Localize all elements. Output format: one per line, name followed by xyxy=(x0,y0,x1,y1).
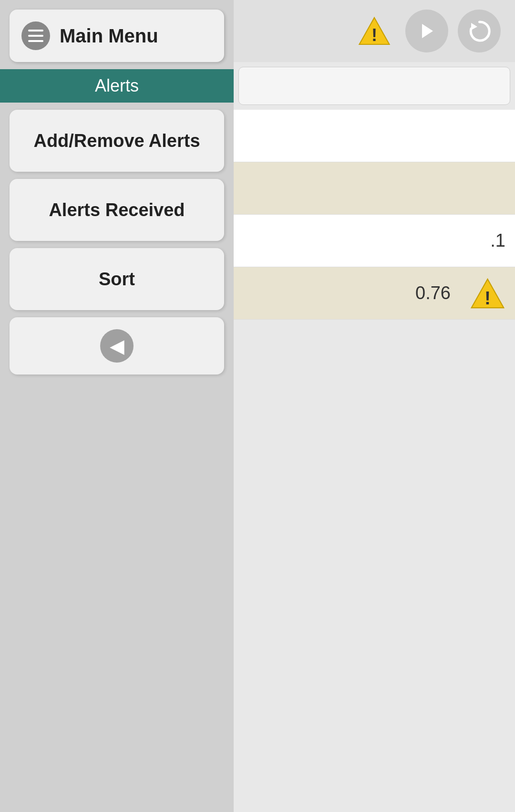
list-item-value: .1 xyxy=(490,230,505,251)
svg-marker-3 xyxy=(471,23,477,30)
add-remove-alerts-label: Add/Remove Alerts xyxy=(33,131,200,151)
hamburger-line xyxy=(28,40,43,42)
svg-text:!: ! xyxy=(371,25,377,45)
sort-label: Sort xyxy=(99,269,135,290)
warning-button[interactable]: ! xyxy=(353,10,396,52)
alerts-received-label: Alerts Received xyxy=(49,200,185,220)
warning-icon: ! xyxy=(358,14,391,48)
add-remove-alerts-button[interactable]: Add/Remove Alerts xyxy=(10,110,224,172)
alerts-section-label: Alerts xyxy=(95,76,139,96)
refresh-button[interactable] xyxy=(458,10,501,52)
hamburger-line xyxy=(28,30,43,31)
svg-text:!: ! xyxy=(484,287,491,308)
refresh-icon xyxy=(466,18,493,44)
back-button[interactable]: ◀ xyxy=(10,317,224,375)
menu-overlay: Main Menu Alerts Add/Remove Alerts Alert… xyxy=(0,0,234,812)
list-item[interactable]: 0.76 ! xyxy=(234,267,515,320)
warning-icon: ! xyxy=(470,277,505,310)
list-item[interactable]: .1 xyxy=(234,215,515,267)
alerts-received-button[interactable]: Alerts Received xyxy=(10,179,224,241)
back-arrow-icon: ◀ xyxy=(110,336,124,355)
hamburger-icon xyxy=(21,21,50,50)
list-item-value: 0.76 xyxy=(415,283,451,303)
alerts-section-header: Alerts xyxy=(0,69,234,103)
main-menu-button[interactable]: Main Menu xyxy=(10,10,224,62)
back-arrow-circle: ◀ xyxy=(100,329,134,363)
hamburger-line xyxy=(28,35,43,37)
main-menu-label: Main Menu xyxy=(60,25,158,47)
next-icon xyxy=(415,19,439,43)
search-bar[interactable] xyxy=(238,67,510,105)
menu-items-container: Add/Remove Alerts Alerts Received Sort xyxy=(0,103,234,317)
list-item[interactable] xyxy=(234,162,515,215)
background-list: .1 0.76 ! xyxy=(234,62,515,812)
list-item[interactable] xyxy=(234,110,515,162)
next-button[interactable] xyxy=(405,10,448,52)
svg-marker-2 xyxy=(422,24,433,38)
sort-button[interactable]: Sort xyxy=(10,248,224,310)
